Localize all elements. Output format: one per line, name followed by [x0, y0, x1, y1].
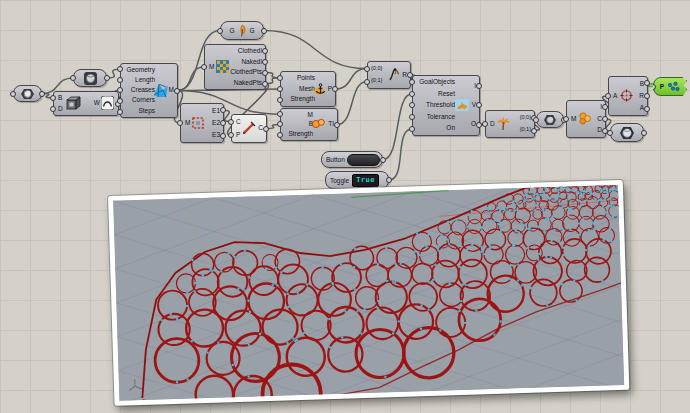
output-nub[interactable] [644, 106, 650, 112]
input-nub[interactable] [117, 109, 123, 115]
input-nub[interactable] [201, 64, 207, 70]
grasshopper-canvas[interactable]: B D W Geometry Length Creases Corners St… [0, 0, 690, 413]
deconstruct-arc-component[interactable]: A B R A [608, 76, 648, 116]
toggle-label: Toggle [330, 177, 349, 184]
entwine-component[interactable]: {0;0} {0;1} R [367, 61, 411, 89]
port-label: M [209, 64, 214, 71]
input-nub[interactable] [409, 79, 415, 85]
geometry-param-pill-2[interactable] [610, 123, 644, 142]
mesh-param-pill-2[interactable] [536, 111, 564, 128]
output-nub[interactable] [261, 28, 267, 34]
output-nub[interactable] [476, 83, 482, 89]
input-nub[interactable] [228, 119, 234, 125]
output-nub[interactable] [644, 80, 650, 86]
output-nub[interactable] [641, 130, 647, 136]
output-nub[interactable] [386, 177, 392, 183]
input-nub[interactable] [10, 91, 16, 97]
mesh-param-pill[interactable] [73, 69, 107, 87]
output-nub[interactable] [263, 126, 269, 132]
input-nub[interactable] [364, 79, 370, 85]
output-nub[interactable] [220, 133, 226, 139]
output-nub[interactable] [476, 102, 482, 108]
output-label: {0;0} [520, 115, 531, 121]
input-nub[interactable] [217, 28, 223, 34]
input-nub[interactable] [117, 66, 123, 72]
on-mesh-goal-component[interactable]: Points Mesh Strength P [280, 71, 336, 107]
output-nub[interactable] [531, 128, 537, 134]
output-nub[interactable] [262, 59, 268, 65]
circle-crosshair-icon [620, 89, 633, 102]
box-component[interactable]: B D W [53, 91, 119, 116]
input-nub[interactable] [70, 75, 76, 81]
output-nub[interactable] [644, 93, 650, 99]
naked-vertices-component[interactable]: M ClothedI NakedI ClothedPts NakedPts [204, 44, 266, 90]
button-press-area[interactable] [347, 154, 380, 166]
output-nub[interactable] [602, 116, 608, 122]
geometry-param-pill[interactable] [13, 85, 42, 102]
output-nub[interactable] [334, 122, 340, 128]
toggle-component[interactable]: Toggle True [325, 171, 389, 189]
input-nub[interactable] [117, 98, 123, 104]
output-nub[interactable] [262, 81, 268, 87]
output-label: E3 [212, 132, 220, 139]
show-goal-pill[interactable]: G G [220, 21, 264, 40]
input-nub[interactable] [277, 97, 283, 103]
input-nub[interactable] [277, 75, 283, 81]
output-label: ClothedPts [230, 69, 262, 76]
input-nub[interactable] [277, 111, 283, 117]
port-label: P [236, 132, 240, 139]
point-param-pill-selected[interactable]: P [653, 77, 687, 96]
output-nub[interactable] [104, 75, 110, 81]
output-nub[interactable] [332, 86, 338, 92]
input-nub[interactable] [50, 106, 56, 112]
anchor-icon [314, 83, 326, 96]
input-nub[interactable] [533, 117, 539, 123]
output-label: NakedI [241, 59, 262, 66]
output-nub[interactable] [220, 120, 226, 126]
input-nub[interactable] [607, 130, 613, 136]
input-nub[interactable] [364, 66, 370, 72]
port-label: A [613, 93, 617, 100]
input-nub[interactable] [482, 121, 488, 127]
curve-component[interactable]: C P C [231, 114, 267, 143]
input-nub[interactable] [563, 116, 569, 122]
output-nub[interactable] [220, 107, 226, 113]
input-nub[interactable] [605, 93, 611, 99]
output-nub[interactable] [262, 48, 268, 54]
output-nub[interactable] [380, 157, 386, 163]
output-nub[interactable] [262, 70, 268, 76]
output-label: E2 [212, 120, 220, 127]
input-nub[interactable] [228, 132, 234, 138]
palm-explosion-icon [497, 117, 510, 131]
toggle-value-box[interactable]: True [352, 174, 379, 187]
port-label: D [58, 106, 63, 113]
input-nub[interactable] [117, 87, 123, 93]
input-nub[interactable] [177, 120, 183, 126]
mesh-edges-component[interactable]: M E1 E2 E3 [180, 103, 224, 143]
input-nub[interactable] [409, 91, 415, 97]
input-nub[interactable] [409, 102, 415, 108]
input-nub[interactable] [277, 132, 283, 138]
kangaroo-solver-component[interactable]: GoalObjects Reset Threshold Tolerance On… [412, 75, 480, 136]
port-label: Steps [138, 108, 155, 115]
explode-tree-component[interactable]: D {0;0} {0;1} [485, 110, 535, 138]
kangaroo-icon [455, 99, 469, 111]
input-nub[interactable] [409, 126, 415, 132]
port-label: G [250, 27, 255, 34]
input-nub[interactable] [50, 95, 56, 101]
graph-arc-icon [101, 96, 114, 110]
input-nub[interactable] [277, 121, 283, 127]
output-label: E1 [212, 108, 220, 115]
button-component[interactable]: Button [321, 151, 383, 168]
tangent-incircles-component[interactable]: M B Strength TI [280, 108, 338, 141]
button-label: Button [326, 156, 345, 163]
input-nub[interactable] [117, 77, 123, 83]
output-nub[interactable] [174, 88, 180, 94]
output-nub[interactable] [39, 91, 45, 97]
sphere-icon [84, 72, 97, 85]
input-nub[interactable] [277, 86, 283, 92]
triremesh-component[interactable]: Geometry Length Creases Corners Steps M [120, 63, 178, 118]
incircles-component[interactable]: M I C D [566, 100, 606, 138]
output-label: ClothedI [238, 48, 262, 55]
input-nub[interactable] [409, 114, 415, 120]
